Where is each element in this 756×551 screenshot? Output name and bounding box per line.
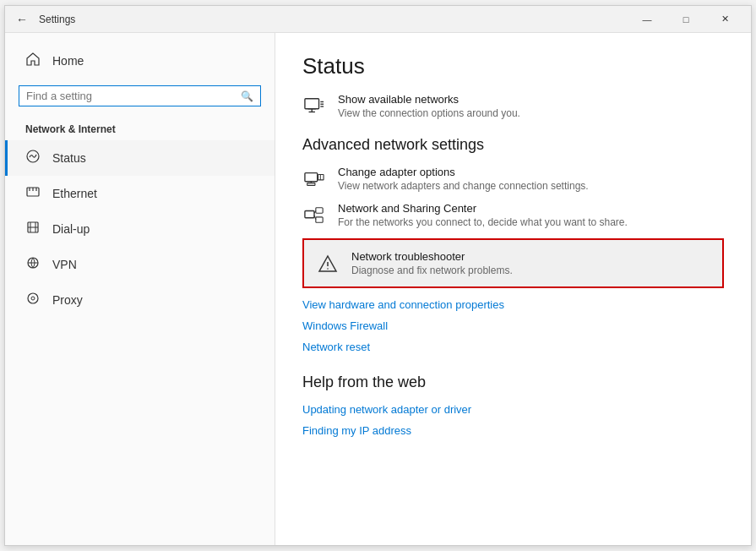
troubleshooter-desc: Diagnose and fix network problems. <box>351 265 513 276</box>
sidebar-item-label-vpn: VPN <box>52 258 77 271</box>
sidebar-item-ethernet[interactable]: Ethernet <box>5 176 275 211</box>
svg-rect-13 <box>305 99 319 109</box>
svg-point-28 <box>327 268 329 270</box>
troubleshooter-item[interactable]: Network troubleshooter Diagnose and fix … <box>302 238 724 288</box>
vpn-icon <box>25 255 41 274</box>
available-networks-text: Show available networks View the connect… <box>338 93 520 119</box>
available-networks-desc: View the connection options around you. <box>338 107 520 119</box>
sharing-center-text: Network and Sharing Center For the netwo… <box>338 202 628 228</box>
sharing-center-item[interactable]: Network and Sharing Center For the netwo… <box>302 202 724 228</box>
sharing-icon <box>302 204 326 227</box>
sidebar-item-proxy[interactable]: Proxy <box>5 282 275 318</box>
view-hardware-link[interactable]: View hardware and connection properties <box>302 298 724 311</box>
svg-rect-24 <box>316 217 323 222</box>
sidebar-item-label-proxy: Proxy <box>52 293 83 307</box>
svg-rect-23 <box>316 208 323 213</box>
sharing-center-desc: For the networks you connect to, decide … <box>338 216 628 228</box>
adapter-options-text: Change adapter options View network adap… <box>338 166 589 192</box>
sharing-center-title: Network and Sharing Center <box>338 202 628 215</box>
update-adapter-link[interactable]: Updating network adapter or driver <box>302 403 724 416</box>
dialup-icon <box>25 220 41 238</box>
monitor-icon <box>302 95 326 118</box>
troubleshooter-title: Network troubleshooter <box>351 250 513 263</box>
window-controls: — □ ✕ <box>628 6 744 33</box>
minimize-button[interactable]: — <box>628 6 666 33</box>
window-title: Settings <box>39 14 628 25</box>
close-button[interactable]: ✕ <box>705 6 744 33</box>
search-icon: 🔍 <box>241 90 253 102</box>
maximize-button[interactable]: □ <box>666 6 705 33</box>
sidebar-item-label-ethernet: Ethernet <box>52 187 97 200</box>
sidebar-item-home[interactable]: Home <box>5 43 275 79</box>
back-button[interactable]: ← <box>12 9 32 30</box>
svg-point-12 <box>31 297 35 300</box>
ethernet-icon <box>25 184 41 203</box>
svg-rect-22 <box>305 210 314 217</box>
sidebar-item-label-status: Status <box>52 151 86 165</box>
advanced-section-title: Advanced network settings <box>302 136 724 154</box>
sidebar-item-status[interactable]: Status <box>5 140 275 176</box>
svg-rect-17 <box>305 173 318 182</box>
adapter-options-desc: View network adapters and change connect… <box>338 180 589 192</box>
main-content: Status Show available networks <box>275 33 751 545</box>
svg-rect-18 <box>307 183 315 186</box>
settings-window: ← Settings — □ ✕ Hom <box>4 5 752 546</box>
window-content: Home 🔍 Network & Internet Status <box>5 33 751 545</box>
warning-icon <box>316 252 340 276</box>
proxy-icon <box>25 291 41 309</box>
titlebar: ← Settings — □ ✕ <box>5 6 751 33</box>
network-reset-link[interactable]: Network reset <box>302 341 724 353</box>
sidebar-item-dialup[interactable]: Dial-up <box>5 211 275 247</box>
find-ip-link[interactable]: Finding my IP address <box>302 424 724 437</box>
page-title: Status <box>302 53 724 79</box>
status-available-networks: Show available networks View the connect… <box>302 93 724 119</box>
windows-firewall-link[interactable]: Windows Firewall <box>302 319 724 332</box>
sidebar: Home 🔍 Network & Internet Status <box>5 33 275 545</box>
troubleshooter-text: Network troubleshooter Diagnose and fix … <box>351 250 513 276</box>
status-icon <box>25 149 41 167</box>
available-networks-title: Show available networks <box>338 93 520 106</box>
search-box[interactable]: 🔍 <box>19 85 261 106</box>
help-section-title: Help from the web <box>302 374 724 391</box>
svg-rect-20 <box>318 174 324 179</box>
home-label: Home <box>52 54 84 68</box>
home-icon <box>25 52 41 70</box>
svg-point-11 <box>28 293 38 303</box>
sidebar-category: Network & Internet <box>5 117 275 140</box>
adapter-options-title: Change adapter options <box>338 166 589 178</box>
search-input[interactable] <box>26 90 236 102</box>
adapter-icon <box>302 167 326 191</box>
sidebar-item-vpn[interactable]: VPN <box>5 247 275 282</box>
adapter-options-item[interactable]: Change adapter options View network adap… <box>302 166 724 192</box>
sidebar-item-label-dialup: Dial-up <box>52 222 90 236</box>
